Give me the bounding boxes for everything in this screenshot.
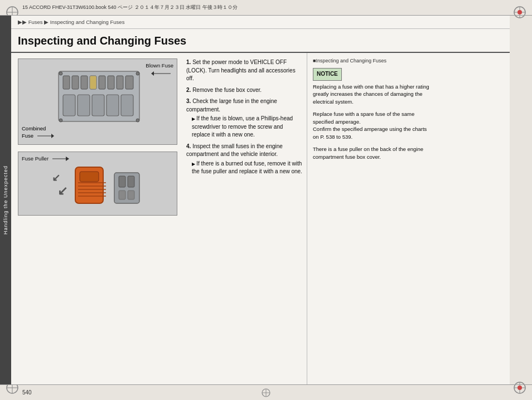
- svg-rect-50: [119, 176, 125, 187]
- svg-rect-51: [128, 176, 134, 187]
- right-para2: There is a fuse puller on the back of th…: [313, 145, 429, 161]
- svg-point-35: [136, 119, 139, 122]
- svg-rect-19: [72, 76, 79, 89]
- breadcrumb: ▶▶ Fuses ▶ Inspecting and Changing Fuses: [11, 16, 510, 29]
- label-fuse-puller: Fuse Puller: [22, 155, 69, 162]
- svg-rect-49: [114, 173, 139, 203]
- section-title: Inspecting and Changing Fuses: [11, 29, 510, 53]
- svg-rect-52: [119, 191, 125, 199]
- svg-marker-55: [66, 157, 69, 161]
- step-4: 4. Inspect the small fuses in the engine…: [186, 143, 302, 176]
- svg-rect-29: [92, 95, 104, 116]
- vertical-label-wrapper: Handling the Unexpected: [0, 16, 11, 384]
- content-area: ▶▶ Fuses ▶ Inspecting and Changing Fuses…: [11, 16, 510, 384]
- right-panel-title: ■Inspecting and Changing Fuses: [313, 57, 429, 65]
- svg-rect-24: [117, 76, 123, 89]
- svg-rect-22: [99, 76, 105, 89]
- vertical-label: Handling the Unexpected: [3, 165, 8, 235]
- step-1: 1. Set the power mode to VEHICLE OFF (LO…: [186, 58, 302, 83]
- svg-text:↙: ↙: [52, 172, 60, 183]
- bottom-bar: 540: [0, 384, 532, 400]
- notice-box: NOTICE: [313, 68, 342, 81]
- svg-rect-27: [63, 95, 75, 116]
- top-diagram-box: Blown Fuse CombinedFuse: [18, 58, 177, 145]
- svg-text:↙: ↙: [57, 184, 67, 198]
- svg-rect-18: [63, 76, 70, 89]
- page-outer: 15 ACCORD FHEV-31T3W6100.book 540 ページ ２０…: [0, 0, 532, 400]
- svg-rect-43: [80, 172, 99, 182]
- svg-rect-53: [128, 191, 134, 199]
- notice-text: Replacing a fuse with one that has a hig…: [313, 83, 429, 106]
- svg-rect-23: [108, 76, 114, 89]
- svg-rect-25: [125, 76, 133, 89]
- file-info: 15 ACCORD FHEV-31T3W6100.book 540 ページ ２０…: [22, 4, 238, 11]
- svg-rect-31: [121, 95, 133, 116]
- page-number: 540: [22, 389, 32, 396]
- svg-rect-30: [107, 95, 119, 116]
- top-bar: 15 ACCORD FHEV-31T3W6100.book 540 ページ ２０…: [0, 0, 532, 16]
- label-combined: CombinedFuse: [22, 125, 54, 140]
- svg-point-32: [59, 72, 62, 75]
- bottom-diagram-box: ↙ ↙: [18, 152, 177, 216]
- right-para1: Replace fuse with a spare fuse of the sa…: [313, 110, 429, 141]
- step-3-sub: If the fuse is blown, use a Phillips-hea…: [192, 115, 302, 139]
- svg-rect-20: [81, 76, 88, 89]
- svg-marker-39: [51, 134, 54, 138]
- step-4-sub: If there is a burned out fuse, remove it…: [192, 160, 302, 176]
- step-2: 2. Remove the fuse box cover.: [186, 86, 302, 95]
- svg-point-33: [136, 72, 139, 75]
- steps-column: 1. Set the power mode to VEHICLE OFF (LO…: [184, 53, 307, 384]
- svg-rect-28: [78, 95, 90, 116]
- svg-marker-37: [151, 71, 154, 76]
- main-body: Blown Fuse CombinedFuse: [11, 53, 510, 384]
- fuse-board-svg: [42, 66, 153, 138]
- svg-point-34: [59, 119, 62, 122]
- left-content: Blown Fuse CombinedFuse: [11, 53, 184, 384]
- svg-rect-26: [90, 76, 96, 89]
- right-panel: ■Inspecting and Changing Fuses NOTICE Re…: [307, 53, 435, 384]
- step-3: 3. Check the large fuse in the engine co…: [186, 97, 302, 139]
- fuse-puller-svg: ↙ ↙: [42, 156, 153, 212]
- label-blown: Blown Fuse: [146, 62, 173, 78]
